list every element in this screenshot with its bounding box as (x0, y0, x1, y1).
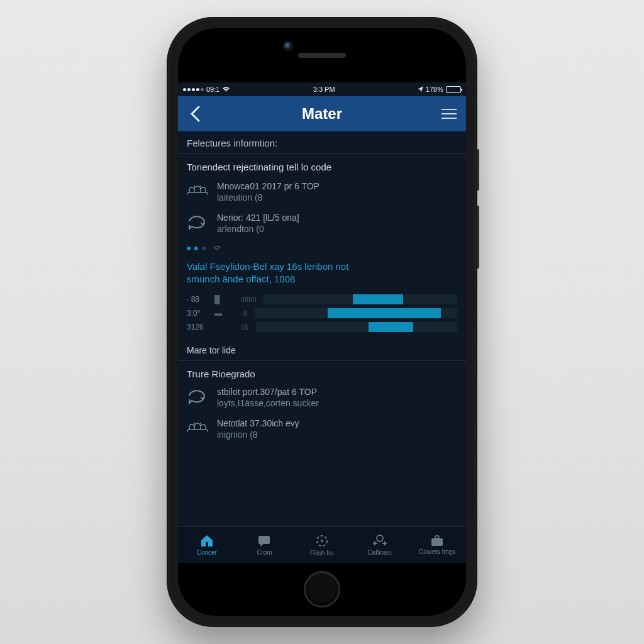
battery-icon (446, 86, 461, 93)
status-left: 09:1 (183, 86, 230, 93)
svg-point-11 (377, 535, 383, 541)
home-button[interactable] (304, 571, 340, 608)
signal-dots-icon (183, 88, 204, 91)
status-right: 178% (418, 86, 461, 93)
svg-point-4 (190, 424, 191, 425)
item-line2: laiteution (8 (217, 192, 457, 203)
item-line1: Netotlat 37.30ich evy (217, 418, 457, 428)
transfer-icon (372, 535, 387, 547)
bridge-icon (187, 181, 208, 197)
section-header-2: Trure Rioegrado (178, 362, 466, 382)
page-title: Mater (302, 105, 342, 123)
svg-rect-13 (435, 536, 439, 538)
bar-left-label: 3126 (187, 323, 209, 331)
clock-label: 3:3 PM (313, 86, 335, 93)
front-camera (284, 42, 292, 50)
bar-mid-label: █ (214, 295, 233, 304)
tab-label: Concer (197, 549, 217, 556)
svg-point-10 (321, 540, 323, 542)
home-button-area (178, 563, 466, 616)
bar-left-label: · 88 (187, 295, 209, 304)
phone-top-area (178, 28, 466, 82)
tab-crom[interactable]: Crom (236, 527, 294, 563)
list-item[interactable]: Nerior: 421 [lL/5 ona] arlendton (0 (178, 208, 466, 239)
carrier-label: 09:1 (206, 86, 219, 93)
svg-point-1 (194, 186, 195, 187)
location-icon (418, 86, 423, 92)
tab-label: Filish fre (310, 550, 334, 557)
tab-label: Dowets Imgs (419, 548, 455, 555)
phone-frame: 09:1 3:3 PM 178% (167, 17, 477, 627)
section-subtitle: Tonendect rejectinating tell lo code (178, 154, 466, 176)
nav-bar: Mater (178, 96, 466, 131)
menu-button[interactable] (438, 109, 460, 119)
item-line2: loyts,I1ässe,corten sucker (217, 398, 457, 408)
tab-dowets[interactable]: Dowets Imgs (408, 527, 466, 563)
highlight-block[interactable]: Valal Fseylidon-Bel xay 16s lenbon not s… (178, 255, 466, 290)
screen: 09:1 3:3 PM 178% (178, 82, 466, 563)
divider (178, 360, 466, 361)
tab-bar: Concer Crom Filish fre Caflinsio Dowets … (178, 526, 466, 563)
svg-point-7 (204, 424, 205, 425)
battery-percent: 178% (426, 86, 443, 93)
earpiece-speaker (298, 53, 346, 58)
tab-label: Crom (257, 549, 272, 556)
section-header-features: Felectures informtion: (178, 131, 466, 154)
item-line2: arlendton (0 (217, 224, 457, 234)
refresh-bubble-icon (187, 387, 208, 406)
briefcase-icon (430, 535, 444, 547)
bridge-icon (187, 418, 208, 435)
svg-point-2 (200, 186, 201, 187)
list-item[interactable]: Netotlat 37.30ich evy inignion (8 (178, 413, 466, 445)
bar-left-label: 3:0° (187, 309, 209, 318)
item-line1: Nerior: 421 [lL/5 ona] (217, 213, 457, 223)
bar-row: 3:0° ▬ -II (187, 306, 457, 320)
tab-label: Caflinsio (367, 549, 391, 556)
bar-tick: -II (238, 309, 250, 317)
highlight-title-line1: Valal Fseylidon-Bel xay 16s lenbon not (187, 260, 457, 273)
bar-tick: IIIIIIII (238, 296, 258, 303)
svg-point-3 (204, 187, 205, 188)
back-button[interactable] (184, 106, 206, 122)
bar-row: 3126 15 (187, 320, 457, 334)
bar-chart-block: · 88 █ IIIIIIII 3:0° ▬ -II 3126 1 (178, 290, 466, 339)
item-line1: Mnowca01 2017 pr 6 TOP (217, 181, 457, 191)
home-icon (200, 535, 214, 547)
svg-point-0 (190, 187, 191, 188)
bar-row: · 88 █ IIIIIIII (187, 292, 457, 306)
section-label: Mare tor lide (178, 339, 466, 359)
svg-rect-12 (431, 538, 443, 546)
item-line2: inignion (8 (217, 430, 457, 440)
svg-point-5 (194, 423, 195, 424)
bezel: 09:1 3:3 PM 178% (178, 28, 466, 616)
list-item[interactable]: Mnowca01 2017 pr 6 TOP laiteution (8 (178, 176, 466, 208)
status-bar: 09:1 3:3 PM 178% (178, 82, 466, 96)
content-area[interactable]: Felectures informtion: Tonendect rejecti… (178, 131, 466, 526)
bar-tick: 15 (238, 323, 251, 331)
bar-mid-label: ▬ (214, 309, 233, 318)
svg-point-6 (200, 423, 201, 424)
tab-filish[interactable]: Filish fre (293, 527, 351, 563)
mini-wifi-icon (209, 243, 221, 254)
list-item[interactable]: stbilot port.307/pat 6 TOP loyts,I1ässe,… (178, 382, 466, 413)
wifi-icon (222, 86, 230, 92)
refresh-bubble-icon (187, 213, 208, 231)
chat-icon (257, 535, 271, 547)
tab-concer[interactable]: Concer (178, 527, 236, 563)
tab-caflinsio[interactable]: Caflinsio (351, 527, 409, 563)
svg-rect-8 (258, 536, 270, 544)
item-line1: stbilot port.307/pat 6 TOP (217, 387, 457, 397)
highlight-title-line2: smunch ände offact, 1008 (187, 273, 457, 286)
page-indicator (178, 239, 466, 255)
target-icon (315, 534, 329, 548)
